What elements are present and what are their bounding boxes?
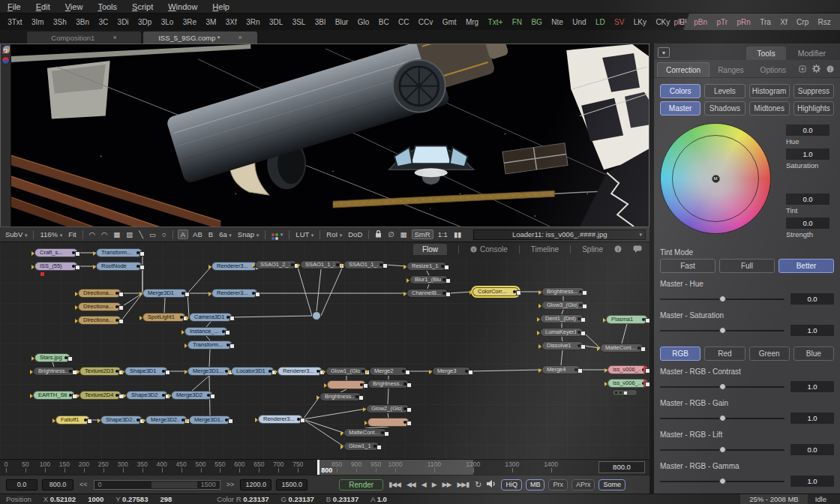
slider-track[interactable] — [660, 449, 784, 451]
slider-value-master-rgb-contrast[interactable]: 1.0 — [790, 381, 834, 392]
buffer-ab-button[interactable]: AB — [191, 230, 204, 238]
subtab-correction[interactable]: Correction — [657, 62, 710, 77]
flow-node-renderer3[interactable]: Renderer3... — [212, 262, 258, 271]
fast-forward-button[interactable]: ▶▶ — [442, 481, 452, 488]
menu-file[interactable]: File — [8, 2, 21, 11]
flow-node-plasma1[interactable]: Plasma1 — [606, 315, 648, 324]
flow-node-renderer3[interactable]: Renderer3... — [212, 289, 258, 298]
guide-b-icon[interactable]: ◠ — [100, 230, 109, 238]
flow-node-merge3d1[interactable]: Merge3D1... — [188, 367, 231, 376]
flow-node-directiona[interactable]: Directiona... — [78, 302, 122, 311]
global-start-field[interactable]: 0.0 — [6, 479, 38, 490]
flow-node-craft-s[interactable]: Craft_s... — [34, 248, 78, 257]
flow-node-texture2d3[interactable]: Texture2D3 — [80, 367, 122, 376]
flow-node-renderer3[interactable]: Renderer3... — [258, 415, 303, 424]
flow-node-brightness[interactable]: Brightness... — [320, 392, 362, 401]
play-button[interactable]: ▶ — [431, 481, 437, 488]
color-wheel[interactable]: M — [660, 123, 771, 234]
tool-3bl[interactable]: 3Bl — [310, 18, 331, 26]
3d-view-icon[interactable] — [2, 46, 10, 54]
flow-node-renderer3[interactable]: Renderer3... — [278, 367, 322, 376]
flow-node-instance[interactable]: Instance_... — [184, 327, 228, 336]
toggle-prx[interactable]: Prx — [548, 479, 568, 490]
slider-track[interactable] — [660, 330, 784, 332]
value-field-hue[interactable]: 0.0 — [786, 124, 830, 136]
tool-ccv[interactable]: CCv — [414, 18, 438, 26]
flow-node-lumakeyer1[interactable]: LumaKeyer1 — [540, 328, 584, 337]
current-time-field[interactable]: 800.0 — [598, 461, 645, 473]
channel-green[interactable]: Green — [749, 346, 790, 361]
channel-rgb[interactable]: RGB — [660, 346, 700, 361]
slider-knob[interactable] — [719, 415, 726, 422]
view-levels[interactable]: Levels — [704, 84, 745, 98]
checker-icon[interactable]: ▦ — [399, 230, 409, 238]
flow-node-glow1-glo[interactable]: Glow1_(Glo) — [326, 367, 368, 376]
view-suppress[interactable]: Suppress — [794, 84, 834, 98]
grid-icon[interactable]: ▦ — [112, 230, 122, 238]
smooth-resize-button[interactable]: SmR — [412, 230, 434, 239]
scroll-left-button[interactable]: << — [78, 481, 89, 488]
flow-node-iss-55[interactable]: ISS_(55) — [34, 262, 78, 271]
flow-node-rootnode[interactable]: RootNode — [96, 262, 142, 271]
goto-start-button[interactable]: ▮◀◀ — [388, 481, 401, 488]
render-end-field[interactable]: 1500.0 — [276, 479, 308, 490]
range-midtones[interactable]: Midtones — [749, 101, 790, 116]
menu-tools[interactable]: Tools — [98, 2, 117, 11]
render-button[interactable]: Render — [339, 479, 383, 490]
tool-cc[interactable]: CC — [394, 18, 414, 26]
range-master[interactable]: Master — [660, 101, 700, 116]
tool-3sh[interactable]: 3Sh — [49, 18, 71, 26]
flow-node-merge3[interactable]: Merge3 — [432, 367, 471, 376]
flow-node-brightness[interactable]: Brightness... — [33, 367, 75, 376]
tool-3dl[interactable]: 3DL — [265, 18, 288, 26]
flow-node-channelb[interactable]: ChannelB... — [406, 289, 448, 298]
flow-node-merge3d2[interactable]: Merge3D2 — [171, 391, 213, 400]
flow-node-directiona[interactable]: Directiona... — [78, 289, 122, 298]
slider-track[interactable] — [660, 386, 784, 388]
tool-crp[interactable]: Crp — [792, 18, 814, 26]
tool-bc[interactable]: BC — [374, 18, 394, 26]
loop-button[interactable]: ↻ — [474, 480, 482, 490]
roi-dropdown[interactable]: RoI ▾ — [325, 230, 344, 238]
color-wheel-marker[interactable]: M — [712, 175, 720, 183]
toggle-mb[interactable]: MB — [526, 479, 545, 490]
tool-3rn[interactable]: 3Rn — [242, 18, 265, 26]
flow-node-dent1-dnt[interactable]: Dent1_(Dnt) — [540, 314, 584, 323]
flow-node-glow1-1[interactable]: Glow1_1 — [344, 442, 380, 451]
tool-blur[interactable]: Blur — [330, 18, 352, 26]
timeline-scrollbar[interactable]: 0 1500 — [94, 480, 220, 490]
view-histogram[interactable]: Histogram — [749, 84, 790, 98]
tool-fn[interactable]: FN — [507, 18, 526, 26]
tool-3lo[interactable]: 3Lo — [157, 18, 178, 26]
tool-pbn[interactable]: pBn — [689, 18, 712, 26]
slider-knob[interactable] — [719, 446, 726, 453]
viewer-image-iss[interactable] — [11, 44, 649, 226]
flow-node-earth-sti[interactable]: EARTH_Sti... — [33, 391, 75, 400]
lut-dropdown[interactable]: LUT ▾ — [294, 230, 315, 238]
slider-value-master-rgb-lift[interactable]: 0.0 — [790, 444, 834, 455]
tool-3bn[interactable]: 3Bn — [71, 18, 94, 26]
time-ruler[interactable]: 0501001502002503003504004505005506006507… — [0, 459, 650, 475]
slider-value-master-rgb-gain[interactable]: 1.0 — [790, 412, 834, 424]
view-colors[interactable]: Colors — [660, 84, 700, 98]
info-icon[interactable]: i — [826, 65, 834, 74]
flow-node-mattecont[interactable]: MatteCont... — [344, 428, 387, 437]
tool-3di[interactable]: 3Di — [112, 18, 133, 26]
flow-node-falloff1[interactable]: Falloff1 — [56, 416, 90, 424]
buffer-b-button[interactable]: B — [207, 230, 214, 238]
flow-node-colorcorr[interactable]: ColorCorr... — [472, 287, 519, 296]
subtab-options[interactable]: Options — [752, 63, 794, 77]
buffer-a-button[interactable]: A — [178, 230, 188, 239]
tool-sv[interactable]: SV — [610, 18, 629, 26]
flow-node-brightness[interactable]: Brightness... — [368, 380, 410, 388]
tab-timeline[interactable]: Timeline — [531, 245, 559, 254]
menu-script[interactable]: Script — [132, 2, 153, 11]
tab-console[interactable]: iConsole — [470, 245, 508, 254]
slider-knob[interactable] — [719, 478, 726, 484]
lock-icon[interactable] — [374, 230, 383, 239]
flow-node-locator3d1[interactable]: Locator3D1 — [231, 367, 274, 376]
tab-spline[interactable]: Spline — [582, 245, 603, 254]
comment-bubble-icon[interactable] — [633, 245, 642, 254]
tool-txt[interactable]: Txt+ — [483, 18, 507, 26]
tool-tra[interactable]: Tra — [755, 18, 776, 26]
